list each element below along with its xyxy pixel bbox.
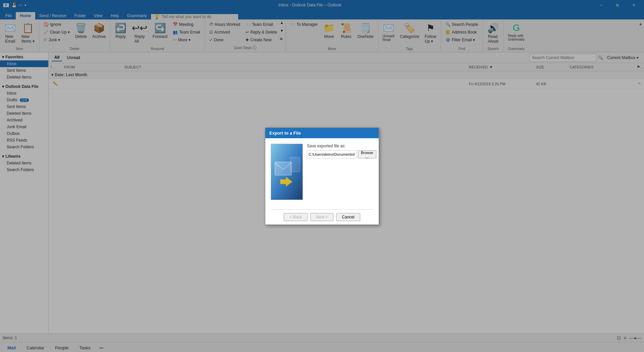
dialog-path-input[interactable] [307,150,357,158]
svg-rect-3 [290,157,300,172]
export-dialog: Export to a File [265,128,379,225]
outlook-export-graphic [271,144,303,199]
dialog-title: Export to a File [265,128,379,138]
svg-rect-1 [275,162,291,175]
dialog-back-button[interactable]: < Back [284,213,308,221]
dialog-input-row: Browse ... [307,150,376,158]
dialog-cancel-button[interactable]: Cancel [336,213,360,221]
dialog-save-label: Save exported file as: [307,144,376,148]
dialog-overlay: Export to a File [0,0,644,352]
dialog-next-button[interactable]: Next > [310,213,333,221]
dialog-browse-button[interactable]: Browse ... [358,150,376,158]
dialog-footer: < Back Next > Cancel [265,210,379,224]
dialog-body: Save exported file as: Browse ... [265,138,379,205]
dialog-right-panel: Save exported file as: Browse ... [307,144,376,200]
dialog-image [271,144,303,200]
